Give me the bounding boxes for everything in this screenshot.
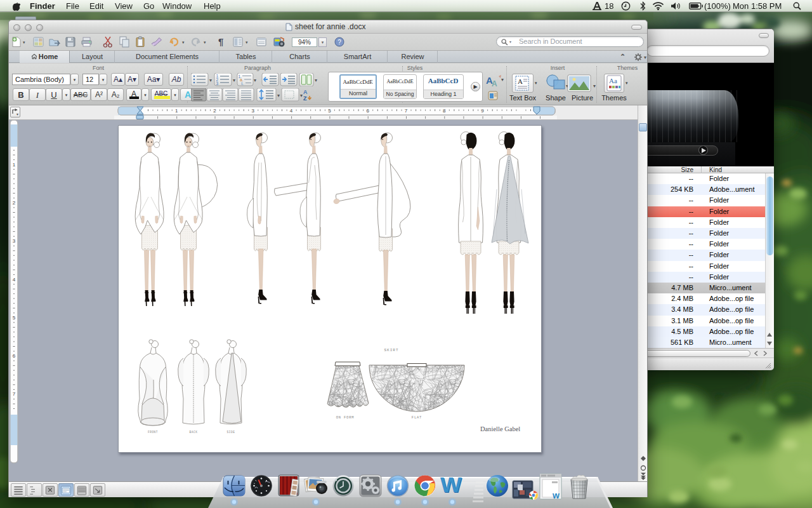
svg-text:SIDE: SIDE [227,431,235,434]
svg-text:FRONT: FRONT [148,431,158,434]
svg-text:1: 1 [175,108,178,114]
svg-text:ON FORM: ON FORM [336,415,355,420]
svg-text:▾: ▾ [209,77,212,83]
svg-text:4: 4 [290,108,293,114]
svg-text:7: 7 [405,108,408,114]
svg-text:FLAT: FLAT [412,415,422,420]
svg-text:8: 8 [443,108,446,114]
svg-text:6: 6 [366,108,369,114]
svg-text:▾: ▾ [254,77,256,83]
svg-text:3: 3 [13,238,16,244]
svg-text:W: W [440,474,462,497]
svg-text:1: 1 [13,162,16,168]
svg-text:2: 2 [213,108,216,114]
svg-text:A: A [518,77,523,85]
svg-text:Danielle Gabel: Danielle Gabel [480,425,520,432]
svg-text:5: 5 [13,315,16,321]
svg-text:▾: ▾ [277,93,280,98]
svg-text:▾: ▾ [300,93,303,98]
svg-text:i.: i. [242,81,244,86]
svg-text:6: 6 [13,353,16,359]
svg-text:Aa: Aa [609,77,617,84]
svg-text:w: w [552,490,560,500]
svg-text:BACK: BACK [190,431,198,434]
svg-text:▾: ▾ [501,77,504,83]
svg-text:3: 3 [216,81,219,86]
svg-text:▾: ▾ [315,77,317,83]
svg-text:A: A [303,89,308,95]
svg-text:SKIRT: SKIRT [384,348,398,352]
svg-text:▾: ▾ [593,83,596,89]
svg-text:3: 3 [252,108,255,114]
svg-text:▾: ▾ [233,77,235,83]
svg-text:A: A [492,79,497,88]
svg-text:?: ? [337,39,341,46]
svg-text:7: 7 [13,391,16,397]
svg-text:4: 4 [13,277,16,283]
svg-text:Z: Z [303,95,307,102]
svg-text:9: 9 [481,108,484,114]
svg-text:2: 2 [13,200,16,206]
svg-text:5: 5 [328,108,331,114]
